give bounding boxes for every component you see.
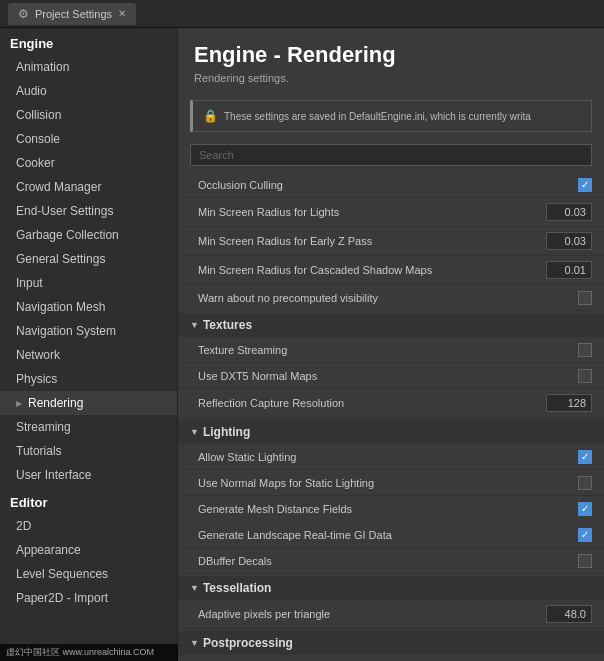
use-dxt5-checkbox[interactable] <box>578 369 592 383</box>
info-bar: 🔒 These settings are saved in DefaultEng… <box>190 100 592 132</box>
setting-label: Allow Static Lighting <box>198 451 578 463</box>
sidebar-label: Console <box>16 132 60 146</box>
sidebar-item-paper2d[interactable]: Paper2D - Import <box>0 586 177 610</box>
sidebar-label: Physics <box>16 372 57 386</box>
textures-section-header[interactable]: ▼ Textures <box>178 313 604 337</box>
setting-value <box>546 232 592 250</box>
min-screen-radius-csm-input[interactable] <box>546 261 592 279</box>
collapse-icon: ▼ <box>190 583 199 593</box>
sidebar-item-cooker[interactable]: Cooker <box>0 151 177 175</box>
sidebar-item-audio[interactable]: Audio <box>0 79 177 103</box>
setting-label: Adaptive pixels per triangle <box>198 608 546 620</box>
main-layout: Engine Animation Audio Collision Console… <box>0 28 604 661</box>
sidebar-item-general-settings[interactable]: General Settings <box>0 247 177 271</box>
section-title: Tessellation <box>203 581 271 595</box>
sidebar-item-physics[interactable]: Physics <box>0 367 177 391</box>
reflection-capture-res-input[interactable] <box>546 394 592 412</box>
setting-label: Use DXT5 Normal Maps <box>198 370 578 382</box>
sidebar-label: 2D <box>16 519 31 533</box>
min-screen-radius-early-z-input[interactable] <box>546 232 592 250</box>
generate-mesh-distance-fields-checkbox[interactable] <box>578 502 592 516</box>
setting-min-screen-radius-csm: Min Screen Radius for Cascaded Shadow Ma… <box>178 256 604 285</box>
min-screen-radius-lights-input[interactable] <box>546 203 592 221</box>
setting-value <box>578 178 592 192</box>
sidebar-item-streaming[interactable]: Streaming <box>0 415 177 439</box>
collapse-icon: ▼ <box>190 320 199 330</box>
setting-value <box>546 203 592 221</box>
sidebar-label: Tutorials <box>16 444 62 458</box>
setting-occlusion-culling: Occlusion Culling <box>178 172 604 198</box>
section-title: Textures <box>203 318 252 332</box>
sidebar-label: Collision <box>16 108 61 122</box>
search-container <box>178 140 604 172</box>
sidebar-item-navigation-system[interactable]: Navigation System <box>0 319 177 343</box>
setting-label: Generate Mesh Distance Fields <box>198 503 578 515</box>
setting-value <box>578 502 592 516</box>
sidebar-item-network[interactable]: Network <box>0 343 177 367</box>
sidebar-label: Navigation Mesh <box>16 300 105 314</box>
setting-min-screen-radius-lights: Min Screen Radius for Lights <box>178 198 604 227</box>
tessellation-section-header[interactable]: ▼ Tessellation <box>178 576 604 600</box>
setting-reflection-capture-res: Reflection Capture Resolution <box>178 389 604 418</box>
gear-icon: ⚙ <box>18 7 29 21</box>
setting-generate-mesh-distance-fields: Generate Mesh Distance Fields <box>178 496 604 522</box>
sidebar-item-console[interactable]: Console <box>0 127 177 151</box>
sidebar-label: Streaming <box>16 420 71 434</box>
setting-label: Min Screen Radius for Cascaded Shadow Ma… <box>198 264 546 276</box>
occlusion-culling-checkbox[interactable] <box>578 178 592 192</box>
watermark: 虚幻中国社区 www.unrealchina.COM <box>0 644 178 661</box>
sidebar-item-end-user-settings[interactable]: End-User Settings <box>0 199 177 223</box>
setting-label: Reflection Capture Resolution <box>198 397 546 409</box>
texture-streaming-checkbox[interactable] <box>578 343 592 357</box>
setting-use-dxt5: Use DXT5 Normal Maps <box>178 363 604 389</box>
section-postprocessing: ▼ Postprocessing Separate Translucency <box>178 631 604 661</box>
lighting-section-header[interactable]: ▼ Lighting <box>178 420 604 444</box>
dbuffer-decals-checkbox[interactable] <box>578 554 592 568</box>
setting-value <box>546 261 592 279</box>
setting-label: DBuffer Decals <box>198 555 578 567</box>
sidebar-item-level-sequences[interactable]: Level Sequences <box>0 562 177 586</box>
sidebar-item-user-interface[interactable]: User Interface <box>0 463 177 487</box>
setting-label: Min Screen Radius for Early Z Pass <box>198 235 546 247</box>
lock-icon: 🔒 <box>203 109 218 123</box>
tab-label: Project Settings <box>35 8 112 20</box>
postprocessing-section-header[interactable]: ▼ Postprocessing <box>178 631 604 655</box>
use-normal-maps-static-checkbox[interactable] <box>578 476 592 490</box>
warn-no-precomputed-checkbox[interactable] <box>578 291 592 305</box>
setting-label: Min Screen Radius for Lights <box>198 206 546 218</box>
sidebar-label: Navigation System <box>16 324 116 338</box>
sidebar-label: Input <box>16 276 43 290</box>
close-icon[interactable]: ✕ <box>118 8 126 19</box>
setting-label: Generate Landscape Real-time GI Data <box>198 529 578 541</box>
sidebar-label: Network <box>16 348 60 362</box>
title-bar: ⚙ Project Settings ✕ <box>0 0 604 28</box>
sidebar-item-navigation-mesh[interactable]: Navigation Mesh <box>0 295 177 319</box>
sidebar-item-rendering[interactable]: ▶ Rendering <box>0 391 177 415</box>
sidebar-item-collision[interactable]: Collision <box>0 103 177 127</box>
sidebar-item-tutorials[interactable]: Tutorials <box>0 439 177 463</box>
sidebar-item-appearance[interactable]: Appearance <box>0 538 177 562</box>
section-title: Postprocessing <box>203 636 293 650</box>
generate-landscape-gi-checkbox[interactable] <box>578 528 592 542</box>
setting-value <box>578 476 592 490</box>
sidebar-item-crowd-manager[interactable]: Crowd Manager <box>0 175 177 199</box>
setting-separate-translucency: Separate Translucency <box>178 655 604 661</box>
sidebar-item-input[interactable]: Input <box>0 271 177 295</box>
search-input[interactable] <box>190 144 592 166</box>
setting-label: Occlusion Culling <box>198 179 578 191</box>
setting-value <box>578 291 592 305</box>
adaptive-pixels-input[interactable] <box>546 605 592 623</box>
setting-value <box>578 450 592 464</box>
sidebar-label: Rendering <box>28 396 83 410</box>
project-settings-tab[interactable]: ⚙ Project Settings ✕ <box>8 3 136 25</box>
setting-allow-static-lighting: Allow Static Lighting <box>178 444 604 470</box>
sidebar-item-garbage-collection[interactable]: Garbage Collection <box>0 223 177 247</box>
setting-value <box>546 605 592 623</box>
sidebar-item-2d[interactable]: 2D <box>0 514 177 538</box>
sidebar-label: Audio <box>16 84 47 98</box>
sidebar-item-animation[interactable]: Animation <box>0 55 177 79</box>
setting-label: Texture Streaming <box>198 344 578 356</box>
allow-static-lighting-checkbox[interactable] <box>578 450 592 464</box>
sidebar-label: End-User Settings <box>16 204 113 218</box>
setting-warn-no-precomputed: Warn about no precomputed visibility <box>178 285 604 311</box>
